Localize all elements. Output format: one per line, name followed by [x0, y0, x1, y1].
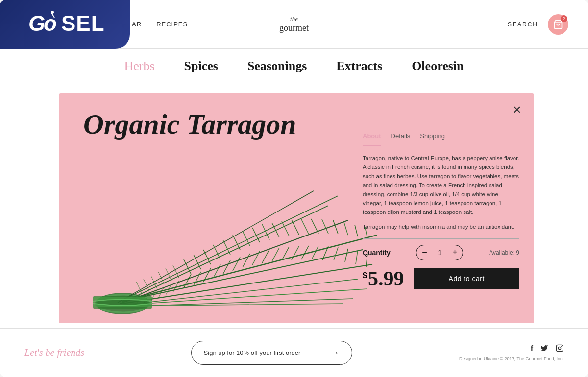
svg-line-18 — [122, 304, 343, 306]
quantity-label: Quantity — [363, 249, 391, 257]
quantity-control: − 1 + — [416, 245, 463, 260]
svg-line-12 — [120, 220, 348, 304]
instagram-icon[interactable] — [556, 344, 564, 354]
svg-line-13 — [122, 206, 328, 303]
divider — [363, 238, 519, 239]
available-count: Available: 9 — [489, 249, 519, 256]
product-note: Tarragon may help with insomnia and may … — [363, 223, 519, 231]
info-tabs: About Details Shipping — [363, 132, 519, 146]
cat-spices[interactable]: Spices — [184, 59, 218, 73]
price-dollar: $ — [363, 271, 367, 280]
close-button[interactable]: ✕ — [510, 103, 524, 118]
svg-line-44 — [243, 254, 250, 267]
copyright: Designed in Ukraine © 2017, The Gourmet … — [459, 356, 564, 361]
svg-text:SELL: SELL — [61, 11, 104, 35]
quantity-increase[interactable]: + — [447, 245, 463, 260]
quantity-decrease[interactable]: − — [416, 245, 432, 260]
svg-line-54 — [345, 249, 348, 262]
add-to-cart-button[interactable]: Add to cart — [414, 268, 519, 289]
quantity-row: Quantity − 1 + Available: 9 — [363, 245, 519, 260]
svg-line-43 — [233, 257, 240, 271]
product-info: About Details Shipping Tarragon, native … — [363, 132, 519, 313]
twitter-icon[interactable] — [540, 344, 548, 354]
category-nav: Herbs Spices Seasonings Extracts Oleores… — [0, 49, 588, 83]
tab-about[interactable]: About — [363, 132, 381, 146]
svg-line-34 — [333, 220, 338, 234]
svg-line-45 — [252, 251, 260, 265]
signup-button[interactable]: Sign up for 10% off your first order → — [191, 341, 353, 365]
svg-line-38 — [184, 274, 191, 288]
svg-line-39 — [194, 272, 201, 285]
brand-logo: the gourmet — [279, 15, 309, 33]
tab-shipping[interactable]: Shipping — [420, 132, 445, 142]
product-description: Tarragon, native to Central Europe, has … — [363, 154, 519, 217]
brand-name: gourmet — [279, 23, 309, 34]
svg-rect-72 — [556, 345, 563, 351]
friends-text: Let's be friends — [24, 347, 84, 358]
svg-point-3 — [51, 11, 54, 14]
search-button[interactable]: SEARCH — [508, 21, 538, 28]
svg-line-29 — [282, 221, 289, 236]
svg-line-31 — [301, 219, 309, 234]
svg-line-35 — [344, 222, 348, 235]
svg-point-73 — [558, 347, 561, 349]
svg-line-23 — [223, 240, 230, 255]
svg-line-30 — [292, 220, 299, 235]
price-value: 5.99 — [368, 268, 404, 289]
svg-line-24 — [233, 235, 240, 250]
svg-line-62 — [173, 265, 179, 278]
price-cart-row: $ 5.99 Add to cart — [363, 268, 519, 289]
herb-image — [59, 113, 377, 323]
svg-line-33 — [322, 219, 328, 234]
svg-line-40 — [203, 268, 211, 282]
svg-line-51 — [312, 246, 318, 259]
svg-line-55 — [356, 251, 358, 264]
svg-line-47 — [272, 248, 279, 261]
svg-line-53 — [334, 247, 338, 260]
svg-text:o: o — [44, 11, 57, 35]
cat-oleoresin[interactable]: Oleoresin — [412, 59, 464, 73]
cart-badge: 2 — [561, 15, 567, 22]
gosell-banner: G o SELL — [0, 0, 130, 49]
svg-line-22 — [213, 245, 220, 259]
cat-seasonings[interactable]: Seasonings — [247, 59, 307, 73]
cart-button[interactable]: 2 — [548, 14, 568, 35]
footer-right: f Designed in Ukraine © 2017, The Gourme… — [459, 344, 564, 361]
product-title: Organic Tarragon — [83, 108, 296, 141]
footer: Let's be friends Sign up for 10% off you… — [0, 328, 588, 377]
gosell-logo: G o SELL — [26, 9, 104, 40]
svg-text:G: G — [28, 11, 46, 35]
svg-line-9 — [122, 250, 363, 301]
cat-extracts[interactable]: Extracts — [336, 59, 382, 73]
signup-text: Sign up for 10% off your first order — [204, 349, 301, 356]
quantity-value: 1 — [432, 249, 447, 257]
product-card: Organic Tarragon ✕ — [59, 93, 534, 323]
svg-line-32 — [311, 219, 318, 234]
svg-line-42 — [223, 260, 230, 274]
nav-recipes[interactable]: RECIPES — [156, 21, 188, 28]
signup-arrow-icon: → — [330, 347, 340, 358]
svg-point-74 — [561, 346, 562, 347]
main-container: G o SELL POPULAR RECIPES the gourmet SEA… — [0, 0, 588, 377]
facebook-icon[interactable]: f — [531, 344, 533, 354]
svg-line-49 — [292, 246, 299, 260]
nav-right: SEARCH 2 — [508, 14, 568, 35]
cat-herbs[interactable]: Herbs — [124, 59, 154, 73]
brand-the: the — [279, 15, 309, 23]
tab-details[interactable]: Details — [391, 132, 411, 142]
svg-line-36 — [355, 225, 358, 236]
social-icons: f — [531, 344, 564, 354]
svg-line-25 — [243, 231, 250, 246]
svg-line-16 — [120, 196, 338, 301]
svg-line-10 — [122, 264, 372, 304]
price-area: $ 5.99 — [363, 268, 404, 289]
